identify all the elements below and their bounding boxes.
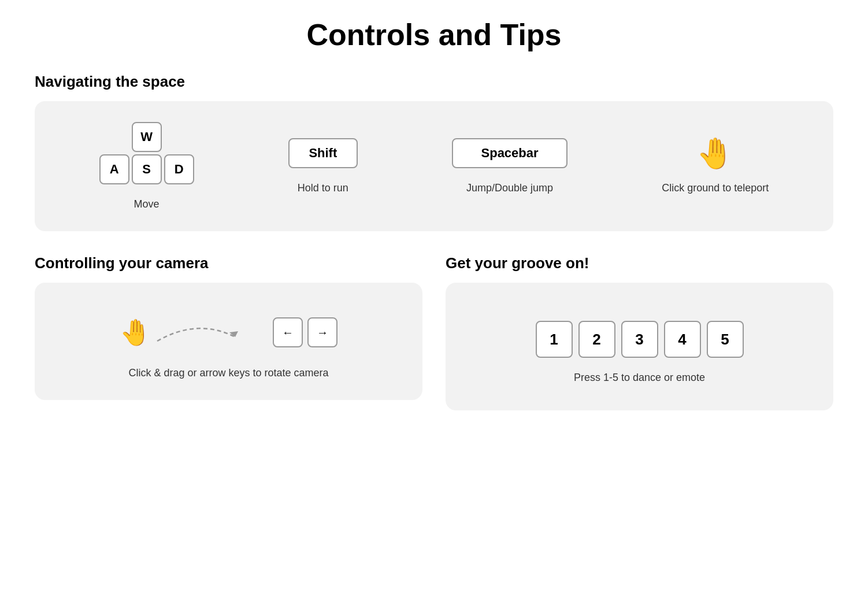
key-s: S [132,154,162,184]
camera-heading: Controlling your camera [35,254,422,272]
shift-control: Shift Hold to run [288,138,358,194]
key-5: 5 [707,321,744,358]
key-spacebar: Spacebar [452,138,567,168]
page-title: Controls and Tips [35,17,833,52]
wasd-label: Move [134,198,159,210]
groove-label: Press 1-5 to dance or emote [469,372,810,390]
spacebar-control: Spacebar Jump/Double jump [452,138,567,194]
groove-panel: 1 2 3 4 5 Press 1-5 to dance or emote [446,283,833,410]
drag-hand-icon: 🤚 [120,320,151,345]
navigation-heading: Navigating the space [35,73,833,91]
key-left-arrow: ← [273,317,303,347]
spacebar-label: Jump/Double jump [466,182,553,194]
key-4: 4 [664,321,701,358]
bottom-columns: Controlling your camera 🤚 ← → [35,254,833,445]
wasd-bottom-row: A S D [99,154,194,184]
teleport-label: Click ground to teleport [662,182,769,194]
key-2: 2 [578,321,615,358]
hand-cursor-icon: 🤚 [696,138,734,168]
camera-panel-content: 🤚 ← → [58,303,399,367]
navigation-section: Navigating the space W A S D Move Shift … [35,73,833,231]
wasd-top-row: W [132,122,162,152]
key-d: D [164,154,194,184]
arrow-keys: ← → [273,317,337,347]
drag-arrow-area: 🤚 [120,315,244,350]
key-1: 1 [536,321,573,358]
groove-section: Get your groove on! 1 2 3 4 5 Press 1-5 … [446,254,833,434]
key-3: 3 [621,321,658,358]
groove-heading: Get your groove on! [446,254,833,272]
teleport-control: 🤚 Click ground to teleport [662,138,769,194]
camera-section: Controlling your camera 🤚 ← → [35,254,422,434]
number-keys-row: 1 2 3 4 5 [469,303,810,369]
key-a: A [99,154,129,184]
key-right-arrow: → [307,317,337,347]
key-shift: Shift [288,138,358,168]
shift-label: Hold to run [298,182,348,194]
navigation-panel: W A S D Move Shift Hold to run Spacebar … [35,101,833,231]
camera-label: Click & drag or arrow keys to rotate cam… [58,367,399,379]
camera-panel: 🤚 ← → Click & drag or arrow keys to rota… [35,283,422,400]
key-w: W [132,122,162,152]
drag-arc-arrow [151,315,244,350]
wasd-cluster: W A S D [99,122,194,184]
wasd-control: W A S D Move [99,122,194,210]
